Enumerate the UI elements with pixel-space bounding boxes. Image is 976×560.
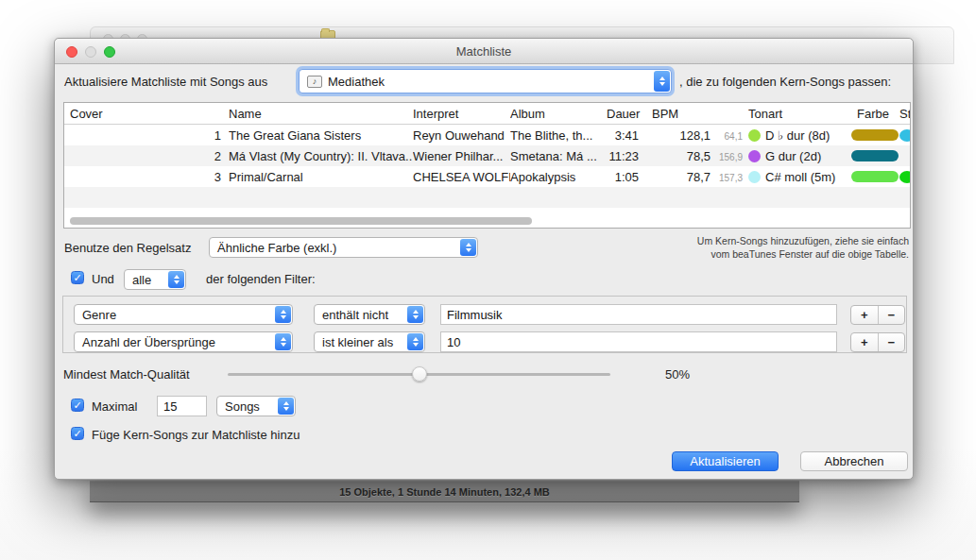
- hint-line-1: Um Kern-Songs hinzuzufügen, ziehe sie ei…: [697, 234, 909, 247]
- cell-interpret: Reyn Ouwehand: [413, 128, 510, 143]
- ruleset-dropdown-value: Ähnliche Farbe (exkl.): [217, 241, 336, 255]
- combine-mode-value: alle: [132, 273, 151, 287]
- filter-operator-dropdown[interactable]: enthält nicht: [314, 304, 425, 325]
- cell-album: Smetana: Má ...: [510, 149, 607, 163]
- filter-field-value: Genre: [82, 308, 116, 322]
- tonart-label: G dur (2d): [765, 149, 821, 163]
- core-songs-table[interactable]: Cover Name Interpret Album Dauer BPM Ton…: [63, 102, 911, 229]
- maximal-unit-dropdown[interactable]: Songs: [216, 396, 296, 416]
- color-swatch-icon: [851, 150, 899, 161]
- maximal-count-input[interactable]: [157, 396, 207, 416]
- chevron-updown-icon: [275, 306, 291, 323]
- add-core-songs-checkbox[interactable]: [71, 427, 84, 440]
- cell-stimmung: [899, 129, 911, 142]
- source-dropdown[interactable]: ♪ Mediathek: [299, 69, 672, 93]
- table-row[interactable]: 2 Má Vlast (My Country): II. Vltava... W…: [64, 145, 910, 166]
- ruleset-dropdown[interactable]: Ähnliche Farbe (exkl.): [209, 237, 478, 258]
- filter-field-value: Anzahl der Übersprünge: [82, 335, 215, 349]
- chevron-updown-icon: [275, 333, 291, 350]
- add-filter-button[interactable]: +: [851, 333, 879, 351]
- key-color-icon: [748, 150, 761, 162]
- column-header-name[interactable]: Name: [229, 107, 413, 121]
- quality-label: Mindest Match-Qualität: [63, 367, 190, 382]
- chevron-updown-icon: [654, 71, 670, 92]
- quality-slider-knob[interactable]: [412, 366, 427, 382]
- tonart-label: C# moll (5m): [765, 170, 835, 184]
- cell-bpm: 78,7 157,3: [652, 170, 748, 184]
- add-filter-button[interactable]: +: [851, 306, 879, 324]
- cell-name: Primal/Carnal: [229, 170, 413, 184]
- ruleset-label: Benutze den Regelsatz: [64, 241, 191, 255]
- filter-value-input[interactable]: [440, 331, 837, 352]
- horizontal-scrollbar[interactable]: [64, 215, 910, 228]
- mood-color-icon: [899, 129, 911, 142]
- column-header-album[interactable]: Album: [510, 107, 607, 121]
- column-header-interpret[interactable]: Interpret: [413, 107, 510, 121]
- cell-interpret: CHELSEA WOLFE: [413, 170, 510, 184]
- chevron-updown-icon: [168, 271, 184, 288]
- filter-value-input[interactable]: [440, 304, 837, 325]
- cell-album: The Blithe, th...: [510, 128, 607, 143]
- bpm-half-value: 156,9: [711, 152, 748, 162]
- column-header-bpm[interactable]: BPM: [652, 107, 748, 121]
- column-header-cover[interactable]: Cover: [64, 107, 229, 121]
- column-header-dauer[interactable]: Dauer: [607, 107, 652, 121]
- library-status-text: 15 Objekte, 1 Stunde 14 Minuten, 132,4 M…: [339, 486, 550, 498]
- chevron-updown-icon: [278, 398, 294, 415]
- cell-stimmung: [899, 171, 911, 183]
- chevron-updown-icon: [407, 333, 423, 350]
- column-header-farbe[interactable]: Farbe: [857, 107, 899, 121]
- table-row-empty: [64, 187, 910, 208]
- filter-field-dropdown[interactable]: Anzahl der Übersprünge: [74, 331, 293, 352]
- column-header-stimmung[interactable]: Sti: [899, 107, 911, 121]
- drag-hint-text: Um Kern-Songs hinzuzufügen, ziehe sie ei…: [697, 234, 909, 261]
- color-swatch-icon: [851, 129, 899, 141]
- cell-farbe: [857, 129, 899, 141]
- hint-line-2: vom beaTunes Fenster auf die obige Tabel…: [697, 247, 909, 261]
- cell-interpret: Wiener Philhar...: [413, 149, 510, 163]
- cell-dauer: 11:23: [607, 149, 652, 163]
- remove-filter-button[interactable]: −: [879, 333, 905, 351]
- chevron-updown-icon: [460, 239, 476, 256]
- key-color-icon: [748, 171, 761, 183]
- cell-dauer: 1:05: [607, 170, 652, 184]
- bpm-value: 78,7: [652, 170, 711, 184]
- filter-operator-dropdown[interactable]: ist kleiner als: [314, 331, 425, 352]
- dialog-titlebar[interactable]: Matchliste: [55, 39, 913, 64]
- maximal-checkbox[interactable]: [71, 399, 84, 412]
- cell-tonart: C# moll (5m): [748, 170, 857, 184]
- update-button[interactable]: Aktualisieren: [672, 451, 779, 471]
- dialog-title: Matchliste: [55, 44, 913, 59]
- table-header-row[interactable]: Cover Name Interpret Album Dauer BPM Ton…: [64, 103, 910, 125]
- tonart-label: D ♭ dur (8d): [765, 128, 830, 143]
- remove-filter-button[interactable]: −: [879, 306, 905, 324]
- scrollbar-thumb[interactable]: [70, 217, 532, 225]
- cell-tonart: G dur (2d): [748, 149, 857, 163]
- cell-bpm: 128,1 64,1: [652, 128, 748, 143]
- und-checkbox[interactable]: [71, 271, 84, 284]
- table-row[interactable]: 1 The Great Giana Sisters Reyn Ouwehand …: [64, 125, 910, 145]
- cell-track-number: 3: [64, 170, 229, 184]
- source-dropdown-value: Mediathek: [328, 75, 385, 89]
- bpm-half-value: 64,1: [711, 131, 748, 142]
- key-color-icon: [748, 129, 761, 142]
- filter-row-buttons: + −: [850, 305, 905, 325]
- source-suffix-label: , die zu folgenden Kern-Songs passen:: [679, 75, 891, 89]
- bpm-half-value: 157,3: [711, 173, 748, 183]
- maximal-unit-value: Songs: [225, 399, 260, 414]
- library-folder-icon: ♪: [307, 76, 322, 88]
- combine-mode-dropdown[interactable]: alle: [124, 269, 186, 290]
- column-header-tonart[interactable]: Tonart: [748, 107, 857, 121]
- cancel-button[interactable]: Abbrechen: [800, 451, 908, 471]
- quality-slider-track[interactable]: [228, 373, 610, 376]
- filter-operator-value: ist kleiner als: [322, 335, 393, 349]
- mood-color-icon: [899, 171, 911, 183]
- chevron-updown-icon: [407, 306, 423, 323]
- matchlist-dialog: Matchliste Aktualisiere Matchliste mit S…: [54, 38, 914, 480]
- bpm-value: 78,5: [652, 149, 711, 163]
- filter-field-dropdown[interactable]: Genre: [74, 304, 293, 325]
- quality-value-label: 50%: [665, 367, 690, 382]
- cell-name: Má Vlast (My Country): II. Vltava...: [229, 149, 413, 163]
- table-row[interactable]: 3 Primal/Carnal CHELSEA WOLFE Apokalypsi…: [64, 166, 910, 187]
- add-core-songs-label: Füge Kern-Songs zur Matchliste hinzu: [92, 428, 300, 442]
